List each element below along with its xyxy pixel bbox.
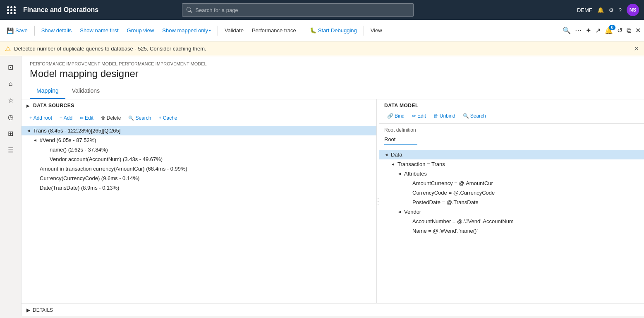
dm-item-vendor-name[interactable]: ▶ Name = @.'#Vend'.'name()' <box>379 226 644 236</box>
sidebar-favorites-icon[interactable]: ☆ <box>3 93 18 108</box>
search-icon-toolbar[interactable]: 🔍 <box>563 26 571 34</box>
page-header: PERFORMANCE IMPROVEMENT MODEL PERFORMANC… <box>22 56 644 83</box>
edit-pencil-icon: ✏ <box>80 116 84 121</box>
data-model-header: DATA MODEL 🔗 Bind ✏ Edit 🗑 Unbind <box>379 99 644 124</box>
details-label: DETAILS <box>33 307 53 313</box>
content-area: PERFORMANCE IMPROVEMENT MODEL PERFORMANC… <box>22 56 644 316</box>
sidebar-home-icon[interactable]: ⌂ <box>3 76 18 91</box>
unbind-button[interactable]: 🗑 Unbind <box>431 112 458 120</box>
warning-banner: ⚠ Detected number of duplicate queries t… <box>0 41 644 56</box>
tree-item-vendor-account-label: Vendor account(AccountNum) (3.43s - 49.6… <box>50 156 163 162</box>
app-title: Finance and Operations <box>23 6 98 14</box>
dm-item-amount-currency[interactable]: ▶ AmountCurrency = @.AmountCur <box>379 178 644 188</box>
dm-item-account-number[interactable]: ▶ AccountNumber = @.'#Vend'.AccountNum <box>379 217 644 226</box>
details-toggle-icon[interactable]: ▶ <box>26 307 30 313</box>
tree-item-amount-trans-label: Amount in transaction currency(AmountCur… <box>40 166 187 172</box>
debug-icon: 🐛 <box>310 27 316 34</box>
edit-dm-button[interactable]: ✏ Edit <box>409 112 429 120</box>
delete-button[interactable]: 🗑 Delete <box>98 114 124 122</box>
tree-item-vendor-account[interactable]: ▶ Vendor account(AccountNum) (3.43s - 49… <box>22 154 376 164</box>
new-window-icon[interactable]: ⧉ <box>627 27 631 34</box>
app-grid-button[interactable] <box>5 3 18 17</box>
show-details-button[interactable]: Show details <box>38 26 75 35</box>
tree-toggle-trans[interactable]: ◄ <box>26 128 31 133</box>
tree-toggle-vend[interactable]: ◄ <box>33 138 38 142</box>
data-sources-header: ▶ DATA SOURCES <box>22 99 376 112</box>
performance-trace-button[interactable]: Performance trace <box>249 26 299 35</box>
add-root-button[interactable]: + Add root <box>26 114 55 122</box>
data-sources-tree: ◄ Trans (8.45s - 122.28%)[265][Q:265] ◄ … <box>22 124 376 303</box>
main-toolbar: 💾 Save Show details Show name first Grou… <box>0 20 644 41</box>
dm-toggle-data[interactable]: ◄ <box>384 152 389 157</box>
sidebar-list-icon[interactable]: ☰ <box>3 142 18 157</box>
help-icon[interactable]: ? <box>619 7 622 13</box>
add-button[interactable]: + Add <box>57 114 75 122</box>
cache-button[interactable]: + Cache <box>156 114 180 122</box>
tree-item-vend-label: #Vend (6.05s - 87.52%) <box>40 137 96 143</box>
details-bar[interactable]: ▶ DETAILS <box>22 303 644 316</box>
data-model-tree: ◄ Data ◄ Transaction = Trans ◄ Attribute… <box>379 148 644 303</box>
root-definition-area: Root definition Root <box>379 124 644 148</box>
dm-item-data-label: Data <box>391 152 402 158</box>
split-pane: ▶ DATA SOURCES + Add root + Add ✏ Edit <box>22 99 644 303</box>
warning-close-button[interactable]: ✕ <box>634 45 639 53</box>
refresh-icon[interactable]: ↺ <box>617 26 622 34</box>
dm-item-currency-code-label: CurrencyCode = @.CurrencyCode <box>412 190 495 196</box>
ext-link-icon[interactable]: ↗ <box>595 26 601 34</box>
bind-button[interactable]: 🔗 Bind <box>384 112 407 120</box>
group-view-button[interactable]: Group view <box>124 26 158 35</box>
dm-toggle-vendor[interactable]: ◄ <box>397 210 402 214</box>
left-sidebar: ⊡ ⌂ ☆ ◷ ⊞ ☰ <box>0 56 22 316</box>
dm-item-vendor[interactable]: ◄ Vendor <box>379 207 644 217</box>
sidebar-workspaces-icon[interactable]: ⊞ <box>3 126 18 141</box>
tab-validations[interactable]: Validations <box>65 83 106 99</box>
tree-item-trans-label: Trans (8.45s - 122.28%)[265][Q:265] <box>33 128 120 134</box>
global-search-bar[interactable] <box>182 3 414 17</box>
tree-item-vend[interactable]: ◄ #Vend (6.05s - 87.52%) <box>22 135 376 145</box>
search-dm-icon: 🔍 <box>463 113 469 119</box>
sidebar-recent-icon[interactable]: ◷ <box>3 109 18 124</box>
user-avatar[interactable]: NS <box>627 4 639 16</box>
search-ds-icon: 🔍 <box>128 116 134 121</box>
more-options-icon[interactable]: ⋯ <box>575 26 582 34</box>
show-name-first-button[interactable]: Show name first <box>77 26 122 35</box>
search-dm-button[interactable]: 🔍 Search <box>460 112 489 120</box>
dm-item-transaction[interactable]: ◄ Transaction = Trans <box>379 159 644 169</box>
dm-item-vendor-label: Vendor <box>404 209 421 215</box>
page-title: Model mapping designer <box>30 68 636 80</box>
dm-toggle-transaction[interactable]: ◄ <box>391 162 396 166</box>
tree-item-currency[interactable]: ▶ Currency(CurrencyCode) (9.6ms - 0.14%) <box>22 173 376 183</box>
data-sources-pane: ▶ DATA SOURCES + Add root + Add ✏ Edit <box>22 99 377 303</box>
edit-button[interactable]: ✏ Edit <box>77 114 96 122</box>
view-label[interactable]: View <box>367 26 385 35</box>
tree-item-currency-label: Currency(CurrencyCode) (9.6ms - 0.14%) <box>40 175 139 181</box>
settings-icon[interactable]: ⚙ <box>609 7 614 13</box>
dm-item-currency-code[interactable]: ▶ CurrencyCode = @.CurrencyCode <box>379 188 644 198</box>
show-mapped-only-button[interactable]: Show mapped only ▾ <box>159 26 214 35</box>
dm-item-vendor-name-label: Name = @.'#Vend'.'name()' <box>412 228 478 234</box>
notification-icon[interactable]: 🔔 <box>597 7 604 13</box>
validate-button[interactable]: Validate <box>221 26 247 35</box>
tree-item-date[interactable]: ▶ Date(TransDate) (8.9ms - 0.13%) <box>22 183 376 193</box>
data-sources-title: DATA SOURCES <box>33 103 74 108</box>
settings2-icon[interactable]: ✦ <box>586 26 591 34</box>
dropdown-arrow-icon: ▾ <box>209 28 211 33</box>
tree-item-trans[interactable]: ◄ Trans (8.45s - 122.28%)[265][Q:265] <box>22 126 376 135</box>
dm-item-data[interactable]: ◄ Data <box>379 150 644 159</box>
sidebar-filter-icon[interactable]: ⊡ <box>3 60 18 75</box>
topnav-right-area: DEMF 🔔 ⚙ ? NS <box>577 4 639 16</box>
data-sources-expand-icon[interactable]: ▶ <box>26 104 30 108</box>
tab-mapping[interactable]: Mapping <box>30 83 65 99</box>
save-button[interactable]: 💾 Save <box>3 26 31 36</box>
close-icon[interactable]: ✕ <box>635 26 641 34</box>
dm-item-posted-date[interactable]: ▶ PostedDate = @.TransDate <box>379 198 644 207</box>
search-ds-button[interactable]: 🔍 Search <box>125 114 154 122</box>
tree-item-date-label: Date(TransDate) (8.9ms - 0.13%) <box>40 185 119 191</box>
dm-toggle-attributes[interactable]: ◄ <box>397 171 402 176</box>
tree-item-name[interactable]: ▶ name() (2.62s - 37.84%) <box>22 145 376 154</box>
tree-item-amount-trans[interactable]: ▶ Amount in transaction currency(AmountC… <box>22 164 376 173</box>
tree-item-name-label: name() (2.62s - 37.84%) <box>50 147 108 153</box>
dm-item-attributes[interactable]: ◄ Attributes <box>379 169 644 178</box>
start-debugging-button[interactable]: 🐛 Start Debugging <box>306 26 360 35</box>
global-search-input[interactable] <box>195 7 409 13</box>
